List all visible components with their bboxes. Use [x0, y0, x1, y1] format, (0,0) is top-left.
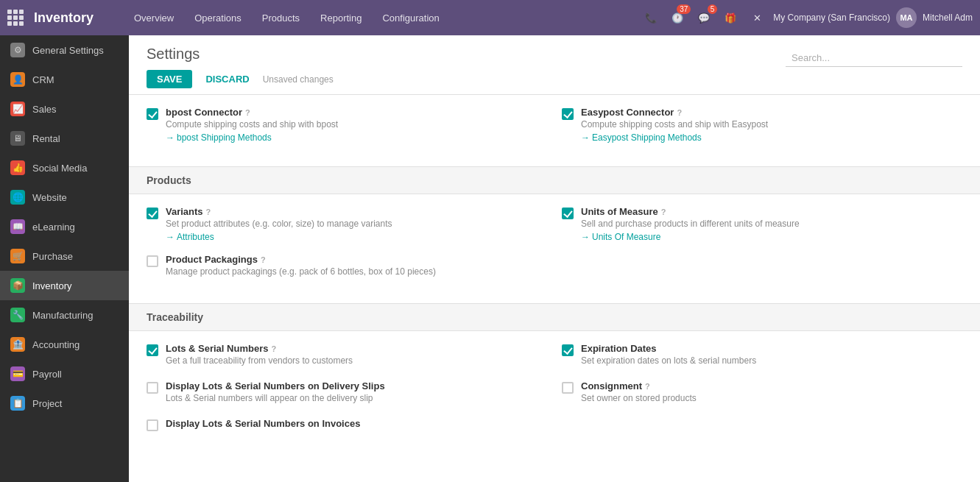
- sidebar-item-manufacturing[interactable]: 🔧 Manufacturing: [0, 300, 129, 330]
- project-icon: 📋: [10, 396, 25, 411]
- company-name: My Company (San Francisco): [773, 13, 890, 23]
- accounting-icon: 🏦: [10, 337, 25, 352]
- traceability-section-body: Lots & Serial Numbers ? Get a full trace…: [129, 331, 980, 455]
- user-name: Mitchell Adm: [923, 13, 973, 23]
- sidebar-item-rental[interactable]: 🖥 Rental: [0, 124, 129, 153]
- website-icon: 🌐: [10, 190, 25, 205]
- consignment-help-icon[interactable]: ?: [645, 382, 650, 391]
- sidebar-label-elearning: eLearning: [32, 221, 75, 233]
- nav-products[interactable]: Products: [253, 8, 309, 28]
- sidebar-item-social-media[interactable]: 👍 Social Media: [0, 153, 129, 182]
- nav-overview[interactable]: Overview: [125, 8, 183, 28]
- display-lots-delivery-desc: Lots & Serial numbers will appear on the…: [166, 393, 547, 403]
- products-row-2: Product Packagings ? Manage product pack…: [147, 254, 962, 280]
- lots-help-icon[interactable]: ?: [271, 344, 276, 353]
- purchase-icon: 🛒: [10, 249, 25, 263]
- sidebar-label-manufacturing: Manufacturing: [32, 310, 93, 321]
- units-help-icon[interactable]: ?: [661, 208, 666, 216]
- expiration-dates-checkbox[interactable]: [562, 344, 574, 356]
- brand[interactable]: Inventory: [7, 10, 110, 26]
- clock-icon[interactable]: 🕐 37: [667, 7, 688, 28]
- sidebar-item-purchase[interactable]: 🛒 Purchase: [0, 241, 129, 271]
- lots-serial-setting: Lots & Serial Numbers ? Get a full trace…: [147, 343, 547, 369]
- sidebar-label-general-settings: General Settings: [32, 45, 104, 56]
- discard-button[interactable]: DISCARD: [198, 70, 256, 88]
- variants-setting: Variants ? Set product attributes (e.g. …: [147, 206, 547, 242]
- sidebar-item-payroll[interactable]: 💳 Payroll: [0, 359, 129, 389]
- inventory-icon: 📦: [10, 278, 25, 293]
- units-of-measure-link[interactable]: → Units Of Measure: [581, 232, 962, 242]
- sidebar-item-sales[interactable]: 📈 Sales: [0, 94, 129, 124]
- variants-label: Variants ?: [166, 206, 547, 217]
- sidebar-item-accounting[interactable]: 🏦 Accounting: [0, 330, 129, 359]
- expiration-dates-desc: Set expiration dates on lots & serial nu…: [581, 355, 962, 366]
- elearning-icon: 📖: [10, 219, 25, 234]
- nav-reporting[interactable]: Reporting: [311, 8, 370, 28]
- sidebar-item-general-settings[interactable]: ⚙ General Settings: [0, 35, 129, 65]
- clock-badge: 37: [677, 4, 691, 14]
- main-header: Settings SAVE DISCARD Unsaved changes: [129, 35, 980, 95]
- sidebar-label-social-media: Social Media: [32, 163, 87, 174]
- sidebar-item-crm[interactable]: 👤 CRM: [0, 65, 129, 94]
- gift-icon[interactable]: 🎁: [720, 7, 741, 28]
- display-lots-invoices-label: Display Lots & Serial Numbers on Invoice…: [166, 418, 547, 429]
- units-of-measure-label: Units of Measure ?: [581, 206, 962, 217]
- display-lots-invoices-setting: Display Lots & Serial Numbers on Invoice…: [147, 418, 547, 431]
- display-lots-invoices-checkbox[interactable]: [147, 419, 158, 431]
- consignment-checkbox[interactable]: [562, 382, 574, 394]
- sidebar-label-website: Website: [32, 192, 67, 203]
- sidebar-item-project[interactable]: 📋 Project: [0, 389, 129, 418]
- shipping-section: bpost Connector ? Compute shipping costs…: [129, 95, 980, 166]
- bpost-connector-checkbox[interactable]: [147, 108, 158, 120]
- easypost-connector-setting: Easypost Connector ? Compute shipping co…: [562, 107, 962, 143]
- easypost-connector-checkbox[interactable]: [562, 108, 574, 120]
- sidebar-item-inventory[interactable]: 📦 Inventory: [0, 271, 129, 300]
- app-grid-icon[interactable]: [7, 10, 24, 26]
- chat-icon[interactable]: 💬 5: [694, 7, 714, 28]
- variants-help-icon[interactable]: ?: [206, 208, 211, 216]
- unsaved-changes-label: Unsaved changes: [263, 74, 334, 85]
- sidebar-label-rental: Rental: [32, 133, 60, 144]
- nav-operations[interactable]: Operations: [186, 8, 250, 28]
- sales-icon: 📈: [10, 102, 25, 116]
- lots-serial-checkbox[interactable]: [147, 344, 158, 356]
- close-icon[interactable]: ✕: [747, 7, 767, 28]
- expiration-dates-text: Expiration Dates Set expiration dates on…: [581, 343, 962, 369]
- search-input[interactable]: [786, 49, 962, 67]
- bpost-connector-desc: Compute shipping costs and ship with bpo…: [166, 119, 547, 130]
- traceability-row-1: Lots & Serial Numbers ? Get a full trace…: [147, 343, 962, 369]
- product-packagings-checkbox[interactable]: [147, 255, 158, 267]
- expiration-dates-label: Expiration Dates: [581, 343, 962, 354]
- expiration-dates-setting: Expiration Dates Set expiration dates on…: [562, 343, 962, 369]
- products-row-2-empty: [562, 254, 962, 280]
- attributes-link[interactable]: → Attributes: [166, 232, 547, 242]
- sidebar-item-elearning[interactable]: 📖 eLearning: [0, 212, 129, 241]
- units-of-measure-text: Units of Measure ? Sell and purchase pro…: [581, 206, 962, 242]
- units-of-measure-checkbox[interactable]: [562, 208, 574, 219]
- display-lots-delivery-checkbox[interactable]: [147, 382, 158, 394]
- sidebar: ⚙ General Settings 👤 CRM 📈 Sales 🖥 Renta…: [0, 35, 129, 482]
- avatar[interactable]: MA: [896, 7, 917, 28]
- traceability-row-3: Display Lots & Serial Numbers on Invoice…: [147, 418, 962, 431]
- sidebar-label-project: Project: [32, 398, 62, 409]
- save-button[interactable]: SAVE: [147, 70, 192, 88]
- easypost-connector-text: Easypost Connector ? Compute shipping co…: [581, 107, 962, 143]
- bpost-help-icon[interactable]: ?: [245, 108, 250, 117]
- social-media-icon: 👍: [10, 160, 25, 175]
- chat-badge: 5: [708, 4, 718, 14]
- toolbar: SAVE DISCARD Unsaved changes: [147, 70, 962, 88]
- phone-icon[interactable]: 📞: [641, 7, 661, 28]
- traceability-section-header: Traceability: [129, 303, 980, 331]
- main-content: Settings SAVE DISCARD Unsaved changes: [129, 35, 980, 482]
- variants-checkbox[interactable]: [147, 208, 158, 219]
- easypost-help-icon[interactable]: ?: [677, 108, 682, 117]
- nav-configuration[interactable]: Configuration: [373, 8, 448, 28]
- sidebar-item-website[interactable]: 🌐 Website: [0, 182, 129, 212]
- easypost-shipping-link[interactable]: → Easypost Shipping Methods: [581, 132, 962, 143]
- sidebar-label-payroll: Payroll: [32, 369, 62, 380]
- lots-serial-text: Lots & Serial Numbers ? Get a full trace…: [166, 343, 547, 369]
- bpost-shipping-link[interactable]: → bpost Shipping Methods: [166, 132, 547, 143]
- units-of-measure-desc: Sell and purchase products in different …: [581, 219, 962, 229]
- packagings-help-icon[interactable]: ?: [261, 255, 266, 264]
- top-navigation: Inventory Overview Operations Products R…: [0, 0, 980, 35]
